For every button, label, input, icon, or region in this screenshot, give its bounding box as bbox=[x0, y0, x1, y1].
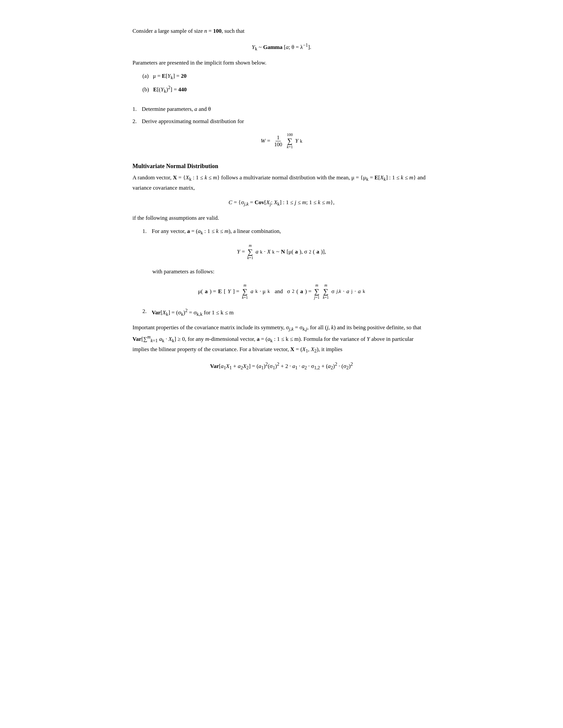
sum-k1-100: 100 ∑ k=1 bbox=[287, 132, 293, 150]
assumption-intro: if the following assumptions are valid. bbox=[132, 213, 431, 223]
w-formula: W = 1 100 100 ∑ k=1 Yk bbox=[260, 132, 302, 150]
gamma-distribution-formula: Yk ~ Gamma [a; θ = λ−1]. bbox=[132, 42, 431, 52]
intro-paragraph: Consider a large sample of size n = 100,… bbox=[132, 26, 431, 36]
param-b-item: (b) E[(Yk)2] = 440 bbox=[142, 84, 431, 95]
mu-sigma-formula: μ(a) = E[Y] = m ∑ k=1 ak · μk and σ2(a) … bbox=[132, 283, 431, 300]
with-params-label: with parameters as follows: bbox=[152, 267, 431, 276]
assumption-1: 1. For any vector, a = (ak : 1 ≤ k ≤ m),… bbox=[142, 227, 431, 237]
tasks-section: 1. Determine parameters, a and θ 2. Deri… bbox=[132, 105, 431, 126]
assumption-2: 2. Var[Xk] = (σk)2 = σk,k for 1 ≤ k ≤ m bbox=[142, 307, 431, 318]
task-1-num: 1. bbox=[132, 105, 142, 114]
mv-intro-p1: A random vector, X = {Xk : 1 ≤ k ≤ m} fo… bbox=[132, 173, 431, 193]
mu-sum: m ∑ k=1 bbox=[242, 283, 248, 300]
task-1-text: Determine parameters, a and θ bbox=[142, 105, 211, 114]
task-2-text: Derive approximating normal distribution… bbox=[142, 117, 244, 126]
param-a-item: (a) μ = E[Yk] = 20 bbox=[142, 71, 431, 81]
cov-matrix-formula: C = {σj,k = Cov[Xj; Xk] : 1 ≤ j ≤ m; 1 ≤… bbox=[132, 199, 431, 207]
bilinear-formula: Var[a1X1 + a2X2] = (a1)2(σ1)2 + 2 · a1 ·… bbox=[132, 361, 431, 371]
assump-2-num: 2. bbox=[142, 307, 152, 318]
param-a-label: (a) μ = E[Yk] = 20 bbox=[142, 73, 186, 79]
w-formula-block: W = 1 100 100 ∑ k=1 Yk bbox=[132, 132, 431, 150]
formula-yk: Yk ~ Gamma [a; θ = λ−1]. bbox=[252, 42, 311, 52]
section-title: Multivariate Normal Distribution bbox=[132, 163, 431, 170]
mu-sigma-text: μ(a) = E[Y] = m ∑ k=1 ak · μk and σ2(a) … bbox=[198, 283, 365, 300]
sigma-sum-k: m ∑ k=1 bbox=[323, 283, 329, 300]
param-list: (a) μ = E[Yk] = 20 (b) E[(Yk)2] = 440 bbox=[142, 71, 431, 95]
multivariate-section: Multivariate Normal Distribution A rando… bbox=[132, 163, 431, 371]
assump-2-text: Var[Xk] = (σk)2 = σk,k for 1 ≤ k ≤ m bbox=[152, 307, 234, 318]
task-1: 1. Determine parameters, a and θ bbox=[132, 105, 431, 114]
assump-1-num: 1. bbox=[142, 227, 152, 237]
cov-formula-text: C = {σj,k = Cov[Xj; Xk] : 1 ≤ j ≤ m; 1 ≤… bbox=[228, 199, 335, 207]
param-b-label: (b) E[(Yk)2] = 440 bbox=[142, 86, 187, 93]
sum-m-k1: m ∑ k=1 bbox=[247, 243, 253, 260]
sigma-sum-j: m ∑ j=1 bbox=[314, 283, 320, 300]
task-2: 2. Derive approximating normal distribut… bbox=[132, 117, 431, 126]
important-properties: Important properties of the covariance m… bbox=[132, 323, 431, 355]
task-2-num: 2. bbox=[132, 117, 142, 126]
y-linear-combo-formula: Y = m ∑ k=1 ak · Xk ~ N[μ(a), σ2(a)], bbox=[132, 243, 431, 260]
y-formula-text: Y = m ∑ k=1 ak · Xk ~ N[μ(a), σ2(a)], bbox=[237, 243, 326, 260]
params-intro: Parameters are presented in the implicit… bbox=[132, 58, 431, 68]
fraction-1-100: 1 100 bbox=[273, 135, 284, 148]
page-content: Consider a large sample of size n = 100,… bbox=[132, 0, 431, 417]
assump-1-text: For any vector, a = (ak : 1 ≤ k ≤ m), a … bbox=[152, 227, 281, 237]
bilinear-formula-text: Var[a1X1 + a2X2] = (a1)2(σ1)2 + 2 · a1 ·… bbox=[210, 361, 353, 371]
